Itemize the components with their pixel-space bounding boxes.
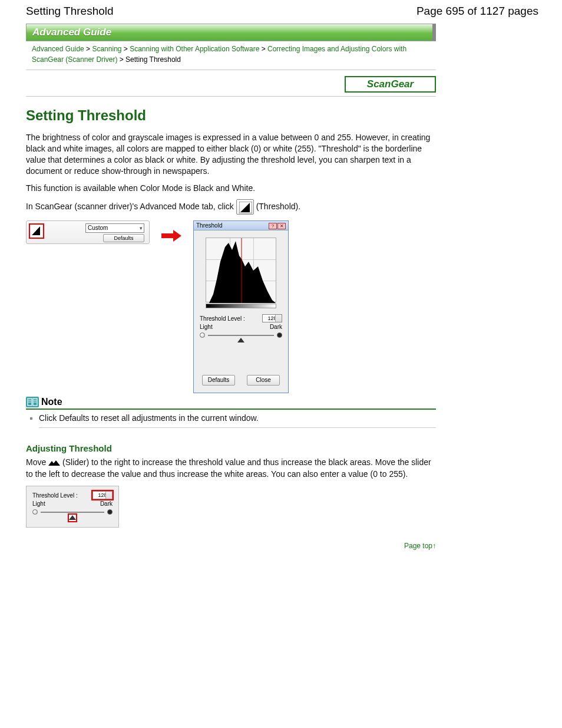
note-item-1: Click Defaults to reset all adjustments …: [39, 413, 259, 423]
toolbar-panel: Custom Defaults: [26, 220, 150, 244]
slider-dark-dot: [277, 332, 282, 338]
crumb-advanced-guide[interactable]: Advanced Guide: [32, 45, 84, 53]
mini-dark-label: Dark: [100, 500, 113, 507]
svg-marker-2: [32, 226, 40, 235]
threshold-level-input[interactable]: 128: [262, 314, 282, 322]
crumb-sep: >: [86, 45, 90, 53]
mini-threshold-slider[interactable]: [32, 508, 113, 520]
up-arrow-icon: ↑: [432, 542, 436, 550]
crumb-scanning-other[interactable]: Scanning with Other Application Software: [130, 45, 259, 53]
adjusting-subtitle: Adjusting Threshold: [26, 443, 436, 453]
dialog-help-icon[interactable]: ?: [269, 223, 277, 229]
svg-marker-5: [242, 259, 276, 303]
slider-thumb-icon[interactable]: [237, 337, 244, 344]
guide-banner: Advanced Guide: [26, 24, 436, 41]
toolbar-defaults-button[interactable]: Defaults: [103, 234, 144, 242]
light-label: Light: [200, 324, 213, 330]
mini-slider-track: [41, 512, 104, 513]
mini-slider-light-dot: [32, 509, 38, 515]
svg-marker-7: [237, 338, 244, 342]
dialog-title: Threshold: [196, 222, 222, 229]
mini-slider-dark-dot: [107, 509, 113, 515]
dark-label: Dark: [270, 324, 282, 330]
note-header: Note: [26, 397, 436, 410]
intro-paragraph-2: This function is available when Color Mo…: [26, 183, 436, 194]
dialog-close-button[interactable]: Close: [247, 375, 280, 386]
intro-3b: (Threshold).: [256, 202, 300, 211]
crumb-scanning[interactable]: Scanning: [92, 45, 121, 53]
mini-level-label: Threshold Level :: [32, 492, 78, 499]
page-top-link[interactable]: Page top↑: [26, 542, 436, 550]
adjust-paragraph: Move (Slider) to the right to increase t…: [26, 457, 436, 480]
threshold-level-label: Threshold Level :: [200, 315, 245, 322]
crumb-sep: >: [262, 45, 266, 53]
dialog-close-icon[interactable]: ✕: [277, 223, 286, 229]
threshold-mini-panel: Threshold Level : 128 Light Dark: [26, 486, 119, 528]
page-title: Setting Threshold: [26, 107, 436, 124]
arrow-icon: [161, 230, 181, 242]
mini-light-label: Light: [32, 500, 45, 507]
slider-light-dot: [200, 332, 205, 338]
figure-row: Custom Defaults Threshold ?✕: [26, 220, 436, 393]
intro-3a: In ScanGear (scanner driver)'s Advanced …: [26, 202, 236, 211]
slider-glyph-icon: [48, 457, 60, 469]
threshold-slider[interactable]: [200, 331, 282, 343]
adjust-b: (Slider) to the right to increase the th…: [26, 457, 431, 479]
gradient-bar: [206, 304, 276, 308]
histogram: [206, 238, 276, 302]
intro-paragraph-1: The brightness of color and grayscale im…: [26, 132, 436, 177]
intro-paragraph-3: In ScanGear (scanner driver)'s Advanced …: [26, 199, 436, 215]
dialog-defaults-button[interactable]: Defaults: [202, 375, 235, 386]
svg-marker-4: [209, 241, 242, 303]
scangear-badge: ScanGear: [345, 76, 436, 93]
crumb-sep: >: [124, 45, 128, 53]
header-title-right: Page 695 of 1127 pages: [416, 5, 538, 18]
threshold-dialog: Threshold ?✕ Threshold Level : 128: [193, 220, 289, 393]
threshold-icon: [236, 199, 254, 215]
slider-track: [208, 335, 274, 336]
page-top-label: Page top: [404, 542, 432, 550]
crumb-sep: >: [120, 55, 124, 64]
svg-marker-15: [69, 515, 76, 520]
mini-slider-thumb-icon[interactable]: [68, 514, 77, 522]
header-title-left: Setting Threshold: [26, 5, 114, 18]
mini-level-input[interactable]: 128: [92, 491, 113, 499]
threshold-button-highlight[interactable]: [29, 223, 44, 239]
note-label: Note: [41, 397, 62, 407]
breadcrumb: Advanced Guide > Scanning > Scanning wit…: [26, 41, 436, 70]
svg-marker-0: [240, 203, 250, 212]
svg-marker-3: [161, 230, 181, 242]
svg-marker-14: [48, 460, 60, 466]
adjust-a: Move: [26, 457, 48, 467]
note-list: Click Defaults to reset all adjustments …: [39, 413, 436, 428]
preset-combo[interactable]: Custom: [85, 223, 144, 233]
note-icon: [26, 397, 39, 407]
crumb-current: Setting Threshold: [125, 55, 181, 64]
